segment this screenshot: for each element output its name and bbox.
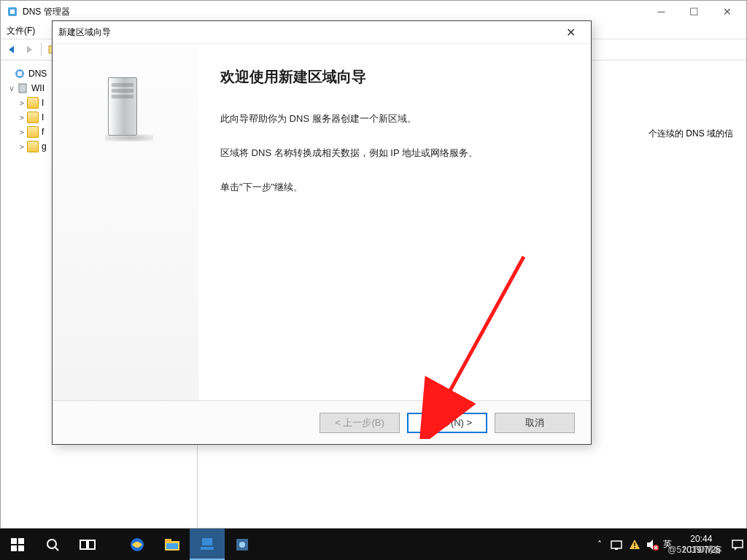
tree-twisty-icon[interactable]: > — [17, 143, 27, 151]
dialog-title: 新建区域向导 — [58, 26, 111, 39]
svg-rect-6 — [18, 71, 22, 76]
dialog-text-2: 区域将 DNS 名称转换成相关数据，例如 IP 地址或网络服务。 — [220, 146, 565, 161]
folder-icon — [27, 141, 39, 152]
menu-file[interactable]: 文件(F) — [7, 25, 35, 37]
taskbar: ˄ 英 20:44 2019/7/25 @51CTO博客 — [0, 529, 747, 560]
svg-rect-30 — [634, 547, 635, 548]
tree-root-label: DNS — [28, 69, 47, 79]
svg-line-15 — [55, 548, 58, 551]
dialog-text-1: 此向导帮助你为 DNS 服务器创建一个新区域。 — [220, 112, 565, 127]
folder-icon — [27, 112, 39, 123]
system-tray: ˄ 英 20:44 2019/7/25 @51CTO博客 — [593, 529, 747, 560]
dialog-titlebar[interactable]: 新建区域向导 ✕ — [53, 21, 591, 43]
back-button: < 上一步(B) — [320, 413, 400, 433]
dialog-footer: < 上一步(B) 下一步(N) > 取消 — [53, 400, 591, 444]
dialog-banner — [53, 44, 198, 400]
maximize-button[interactable]: ☐ — [678, 1, 711, 23]
tree-twisty-icon[interactable]: > — [17, 99, 27, 107]
tree-folder-label: I — [42, 98, 44, 108]
server-graphic-icon — [104, 73, 147, 139]
start-button[interactable] — [0, 529, 35, 560]
next-button[interactable]: 下一步(N) > — [407, 413, 487, 433]
tree-twisty-icon[interactable]: > — [17, 128, 27, 136]
dialog-text-3: 单击"下一步"继续。 — [220, 180, 565, 195]
tree-folder-label: I — [42, 112, 44, 122]
nav-back-button[interactable] — [4, 42, 20, 58]
titlebar: DNS 管理器 ─ ☐ ✕ — [1, 1, 746, 23]
watermark: @51CTO博客 — [667, 545, 722, 555]
search-button[interactable] — [35, 529, 70, 560]
tray-overflow-icon[interactable]: ˄ — [593, 538, 606, 551]
folder-icon — [27, 97, 39, 109]
content-hint: 个连续的 DNS 域的信 — [649, 128, 733, 140]
taskbar-app-server-manager[interactable] — [190, 529, 225, 560]
svg-rect-11 — [18, 538, 24, 544]
svg-point-25 — [239, 542, 245, 548]
nav-forward-button[interactable] — [21, 42, 37, 58]
svg-rect-17 — [88, 540, 95, 549]
svg-rect-1 — [10, 9, 15, 14]
svg-rect-23 — [201, 547, 214, 550]
svg-rect-10 — [11, 538, 17, 544]
svg-rect-35 — [732, 540, 743, 548]
folder-icon — [27, 126, 39, 138]
svg-rect-13 — [18, 545, 24, 551]
taskbar-app-ie[interactable] — [120, 529, 155, 560]
action-center-icon[interactable] — [731, 538, 744, 551]
tree-twisty-icon[interactable]: v — [7, 85, 17, 93]
svg-marker-3 — [27, 46, 32, 53]
dns-icon — [14, 68, 26, 79]
svg-rect-12 — [11, 545, 17, 551]
new-zone-wizard-dialog: 新建区域向导 ✕ 欢迎使用新建区域向导 此向导帮助你为 DNS 服务器创建一个新… — [52, 20, 592, 445]
dialog-content: 欢迎使用新建区域向导 此向导帮助你为 DNS 服务器创建一个新区域。 区域将 D… — [198, 44, 591, 400]
svg-rect-27 — [615, 548, 618, 550]
cancel-button[interactable]: 取消 — [495, 413, 575, 433]
clock-time: 20:44 — [682, 534, 721, 544]
tray-warning-icon[interactable] — [628, 538, 641, 551]
clock[interactable]: 20:44 2019/7/25 @51CTO博客 — [676, 534, 727, 555]
tree-folder-label: g — [42, 141, 47, 152]
tree-server-label: WII — [31, 83, 44, 93]
tray-volume-icon[interactable] — [646, 538, 659, 551]
svg-marker-31 — [647, 540, 653, 550]
taskbar-app-dns[interactable] — [225, 529, 260, 560]
tree-twisty-icon[interactable]: > — [17, 114, 27, 122]
server-icon — [17, 82, 28, 94]
task-view-button[interactable] — [70, 529, 105, 560]
tray-network-icon[interactable] — [611, 538, 624, 551]
taskbar-app-explorer[interactable] — [155, 529, 190, 560]
close-button[interactable]: ✕ — [711, 1, 743, 23]
dialog-close-button[interactable]: ✕ — [556, 26, 585, 39]
svg-rect-29 — [634, 542, 635, 546]
minimize-button[interactable]: ─ — [645, 1, 678, 23]
dialog-heading: 欢迎使用新建区域向导 — [220, 67, 565, 87]
svg-rect-20 — [165, 539, 171, 542]
svg-marker-36 — [735, 548, 738, 551]
svg-marker-2 — [9, 46, 14, 53]
svg-point-14 — [47, 540, 56, 548]
svg-rect-7 — [19, 84, 26, 93]
tree-folder-label: f — [42, 127, 44, 137]
svg-rect-21 — [166, 543, 178, 549]
svg-rect-22 — [202, 538, 212, 545]
svg-rect-16 — [80, 540, 87, 549]
app-icon — [7, 6, 18, 18]
svg-rect-26 — [611, 541, 622, 548]
window-title: DNS 管理器 — [23, 6, 70, 18]
